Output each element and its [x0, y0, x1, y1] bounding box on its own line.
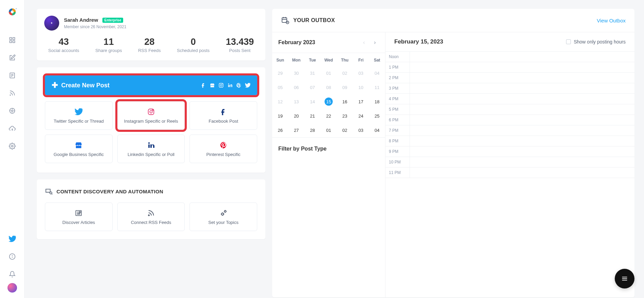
nav-download[interactable]: [5, 122, 19, 135]
calendar-day[interactable]: 28: [304, 123, 320, 137]
calendar-day[interactable]: 31: [304, 66, 320, 80]
discovery-tile[interactable]: Set your Topics: [189, 203, 257, 231]
calendar-day[interactable]: 10: [353, 80, 369, 94]
create-social-icons: [201, 83, 250, 88]
calendar-day[interactable]: 01: [320, 66, 336, 80]
nav-dashboard[interactable]: [5, 33, 19, 47]
calendar-day[interactable]: 13: [288, 94, 304, 109]
calendar-day[interactable]: 19: [272, 109, 288, 123]
calendar-next-button[interactable]: ›: [371, 38, 379, 47]
time-cell[interactable]: [410, 115, 634, 125]
calendar-day[interactable]: 30: [288, 66, 304, 80]
time-cell[interactable]: [410, 62, 634, 72]
calendar-day[interactable]: 24: [353, 109, 369, 123]
nav-settings[interactable]: [5, 139, 19, 153]
calendar-day[interactable]: 15: [320, 94, 336, 109]
fab-menu-button[interactable]: [615, 269, 634, 288]
content-discovery-card: CONTENT DISCOVERY AND AUTOMATION Discove…: [37, 179, 265, 239]
time-cell[interactable]: [410, 104, 634, 115]
calendar-day[interactable]: 21: [304, 109, 320, 123]
post-type-tile[interactable]: Linkedin Specific or Poll: [117, 135, 185, 163]
calendar-day[interactable]: 26: [272, 123, 288, 137]
calendar-day[interactable]: 05: [272, 80, 288, 94]
time-label: 1 PM: [385, 62, 410, 72]
time-cell[interactable]: [410, 157, 634, 167]
calendar-day[interactable]: 20: [288, 109, 304, 123]
nav-user-avatar[interactable]: [7, 283, 17, 293]
time-label: 4 PM: [385, 94, 410, 104]
time-cell[interactable]: [410, 146, 634, 157]
calendar-day[interactable]: 07: [304, 80, 320, 94]
post-type-tile[interactable]: Instagram Specific or Reels: [117, 101, 185, 130]
time-cell[interactable]: [410, 136, 634, 146]
calendar-prev-button[interactable]: ‹: [360, 38, 368, 47]
calendar-day[interactable]: 09: [337, 80, 353, 94]
svg-rect-3: [13, 38, 15, 40]
nav-rss[interactable]: [5, 86, 19, 100]
calendar-day[interactable]: 27: [288, 123, 304, 137]
time-cell[interactable]: [410, 52, 634, 62]
nav-automation[interactable]: [5, 104, 19, 118]
calendar-day[interactable]: 02: [337, 123, 353, 137]
time-cell[interactable]: [410, 73, 634, 83]
calendar-day[interactable]: 25: [369, 109, 385, 123]
time-row: 11 PM: [385, 168, 634, 178]
create-new-post-button[interactable]: ✚ Create New Post: [45, 75, 257, 95]
discovery-tile[interactable]: Discover Articles: [45, 203, 113, 231]
post-tile-label: Twitter Specific or Thread: [54, 119, 104, 124]
calendar-day[interactable]: 02: [337, 66, 353, 80]
time-label: 11 PM: [385, 168, 410, 178]
calendar-day[interactable]: 29: [272, 66, 288, 80]
time-cell[interactable]: [410, 83, 634, 93]
twitter-icon: [75, 108, 83, 116]
discovery-tile-label: Discover Articles: [62, 220, 95, 225]
svg-point-12: [11, 110, 13, 112]
calendar-day[interactable]: 01: [320, 123, 336, 137]
plus-icon: ✚: [52, 81, 58, 90]
instagram-icon: [147, 108, 155, 116]
time-cell[interactable]: [410, 168, 634, 178]
nav-compose[interactable]: [5, 51, 19, 65]
calendar-day[interactable]: 17: [353, 94, 369, 109]
time-label: 3 PM: [385, 83, 410, 93]
nav-articles[interactable]: [5, 69, 19, 82]
show-posting-hours-checkbox[interactable]: Show only posting hours: [566, 39, 626, 45]
discovery-tile[interactable]: Connect RSS Feeds: [117, 203, 185, 231]
stat-item: 43Social accounts: [48, 37, 79, 53]
nav-twitter[interactable]: [5, 232, 19, 246]
calendar-day[interactable]: 14: [304, 94, 320, 109]
twitter-icon: [245, 83, 250, 88]
stat-value: 0: [177, 37, 210, 47]
calendar-day[interactable]: 16: [337, 94, 353, 109]
nav-notifications[interactable]: [5, 267, 19, 281]
calendar-day[interactable]: 04: [369, 123, 385, 137]
calendar-dow: Thu: [337, 53, 353, 66]
calendar-day[interactable]: 03: [353, 66, 369, 80]
calendar-day[interactable]: 08: [320, 80, 336, 94]
calendar-day[interactable]: 12: [272, 94, 288, 109]
stat-value: 43: [48, 37, 79, 47]
facebook-icon: [201, 83, 206, 88]
nav-info[interactable]: [5, 250, 19, 263]
post-type-tile[interactable]: Facebook Post: [189, 101, 257, 130]
stat-label: Posts Sent: [226, 48, 254, 53]
discovery-tile-label: Connect RSS Feeds: [131, 220, 171, 225]
time-row: 6 PM: [385, 115, 634, 125]
post-type-tile[interactable]: Pinterest Specific: [189, 135, 257, 163]
svg-point-16: [12, 255, 12, 256]
time-label: 7 PM: [385, 125, 410, 136]
post-type-tile[interactable]: Twitter Specific or Thread: [45, 101, 113, 130]
calendar-day[interactable]: 23: [337, 109, 353, 123]
calendar-day[interactable]: 11: [369, 80, 385, 94]
time-cell[interactable]: [410, 94, 634, 104]
calendar-day[interactable]: 22: [320, 109, 336, 123]
calendar-day[interactable]: 04: [369, 66, 385, 80]
calendar-day[interactable]: 06: [288, 80, 304, 94]
calendar-day[interactable]: 03: [353, 123, 369, 137]
calendar-day[interactable]: 18: [369, 94, 385, 109]
time-row: 5 PM: [385, 104, 634, 115]
time-cell[interactable]: [410, 125, 634, 136]
post-type-tile[interactable]: Google Business Specific: [45, 135, 113, 163]
view-outbox-link[interactable]: View Outbox: [597, 18, 626, 23]
time-row: 3 PM: [385, 83, 634, 94]
